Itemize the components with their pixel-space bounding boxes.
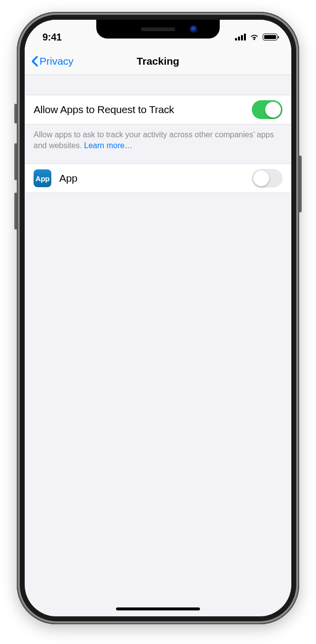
wifi-icon xyxy=(249,34,259,40)
section-footer: Allow apps to ask to track your activity… xyxy=(25,124,291,163)
allow-apps-request-track-label: Allow Apps to Request to Track xyxy=(34,104,252,116)
app-row: App App xyxy=(25,163,291,193)
front-camera xyxy=(190,26,197,33)
allow-apps-request-track-row: Allow Apps to Request to Track xyxy=(25,95,291,124)
back-label: Privacy xyxy=(40,55,74,67)
phone-frame: 9:41 xyxy=(17,12,299,624)
status-time: 9:41 xyxy=(42,32,62,43)
app-icon-text: App xyxy=(36,174,49,183)
notch xyxy=(96,20,220,39)
home-indicator[interactable] xyxy=(116,607,200,610)
footer-description: Allow apps to ask to track your activity… xyxy=(34,130,274,150)
allow-apps-request-track-toggle[interactable] xyxy=(252,100,282,119)
app-tracking-toggle[interactable] xyxy=(252,169,282,188)
page-title: Tracking xyxy=(137,55,179,67)
content: Allow Apps to Request to Track Allow app… xyxy=(25,75,291,193)
chevron-left-icon xyxy=(31,55,39,67)
nav-bar: Privacy Tracking xyxy=(25,47,291,75)
learn-more-link[interactable]: Learn more… xyxy=(84,141,132,150)
speaker-grille xyxy=(141,27,175,31)
app-icon: App xyxy=(34,169,51,187)
screen: 9:41 xyxy=(25,20,291,616)
battery-icon xyxy=(263,34,277,40)
back-button[interactable]: Privacy xyxy=(31,55,74,67)
cellular-signal-icon xyxy=(235,34,246,40)
app-name-label: App xyxy=(59,172,252,184)
status-indicators xyxy=(235,34,277,40)
